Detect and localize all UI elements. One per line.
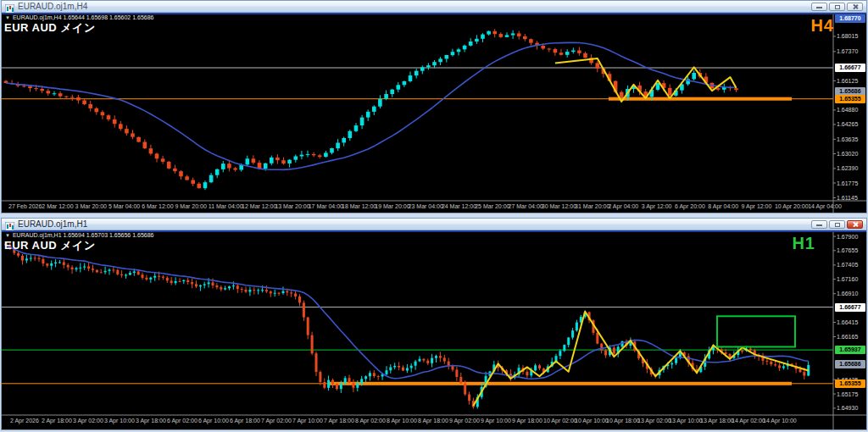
ohlc-text: EURAUD.oj1m,H4 1.65644 1.65698 1.65602 1… <box>13 14 154 20</box>
time-axis-label: 3 Apr 02:00 <box>73 418 103 424</box>
chart-client-h4[interactable]: ▼EURAUD.oj1m,H4 1.65644 1.65698 1.65602 … <box>2 13 866 213</box>
time-axis-label: 9 Apr 18:00 <box>512 418 542 424</box>
price-axis-label: 1.68015 <box>837 32 858 40</box>
price-axis-label: 1.67370 <box>837 47 858 55</box>
minimize-icon <box>816 7 822 8</box>
target-rectangle <box>717 316 795 346</box>
time-axis-label: 3 Apr 18:00 <box>136 418 166 424</box>
time-axis-label: 13 Apr 18:00 <box>700 418 734 424</box>
time-axis-label: 14 Apr 02:00 <box>732 418 765 424</box>
price-axis-label: 1.67405 <box>837 261 858 269</box>
chart-client-h1[interactable]: ▼EURAUD.oj1m,H1 1.65694 1.65703 1.65656 … <box>2 230 866 429</box>
titlebar-h4[interactable]: EURAUD.oj1m,H4 <box>2 1 866 13</box>
time-axis-label: 2 Apr 04:00 <box>608 203 638 209</box>
price-box-white: 1.66677 <box>835 303 865 312</box>
price-box-blue: 1.68770 <box>835 14 865 23</box>
restore-icon <box>835 5 840 9</box>
price-axis-label: 1.67655 <box>837 246 858 254</box>
ohlc-readout: ▼EURAUD.oj1m,H4 1.65644 1.65698 1.65602 … <box>5 14 154 20</box>
time-axis-label: 9 Apr 12:00 <box>742 203 772 209</box>
orange-support-zone <box>609 97 792 101</box>
time-axis-label: 30 Mar 12:00 <box>542 203 576 209</box>
time-axis-label: 6 Apr 20:00 <box>675 203 705 209</box>
price-axis-label: 1.61145 <box>837 194 858 202</box>
time-axis-label: 27 Mar 04:00 <box>509 203 543 209</box>
time-axis-label: 2 Apr 18:00 <box>42 418 72 424</box>
time-axis-label: 14 Apr 10:00 <box>763 418 797 424</box>
chart-plot-area[interactable] <box>2 230 866 429</box>
time-axis-label: 31 Mar 20:00 <box>575 203 609 209</box>
chart-plot-area[interactable] <box>2 13 866 213</box>
chart-window-h4[interactable]: EURAUD.oj1m,H4 ▼EURAUD.oj1m,H4 1.65644 1… <box>1 0 867 213</box>
time-axis-label: 9 Apr 10:00 <box>481 418 511 424</box>
time-axis-label: 10 Apr 18:00 <box>606 418 640 424</box>
time-axis-label: 8 Apr 04:00 <box>708 203 738 209</box>
price-axis-label: 1.62390 <box>837 164 858 172</box>
price-axis-label: 1.61775 <box>837 180 858 187</box>
time-axis-label: 3 Apr 12:00 <box>642 203 672 209</box>
time-axis-label: 18 Mar 12:00 <box>342 203 376 209</box>
time-axis-label: 13 Apr 02:00 <box>637 418 671 424</box>
time-axis-label: 6 Apr 02:00 <box>167 418 198 424</box>
time-axis-label: 12 Mar 12:00 <box>242 203 276 209</box>
chart-window-icon <box>5 219 14 229</box>
price-axis-label: 1.65175 <box>837 390 858 398</box>
minimize-button[interactable] <box>811 220 827 229</box>
restore-button[interactable] <box>829 220 845 229</box>
time-axis-label: 3 Apr 10:00 <box>104 418 135 424</box>
time-axis-label: 7 Apr 18:00 <box>324 418 354 424</box>
price-axis-label: 1.64930 <box>837 404 858 412</box>
restore-button[interactable] <box>829 3 845 11</box>
time-axis-label: 24 Mar 12:00 <box>442 203 476 209</box>
chart-canvas <box>2 13 866 213</box>
price-box-orange: 1.65355 <box>835 95 865 103</box>
chart-window-h1[interactable]: EURAUD.oj1m,H1 ▼EURAUD.oj1m,H1 1.65694 1… <box>1 218 867 430</box>
orange-support-zone <box>329 382 792 385</box>
time-axis-label: 7 Apr 02:00 <box>261 418 292 424</box>
price-axis-label: 1.63635 <box>837 136 858 143</box>
chart-window-icon <box>5 2 14 11</box>
ohlc-text: EURAUD.oj1m,H1 1.65694 1.65703 1.65656 1… <box>13 232 154 238</box>
price-box-orange: 1.65355 <box>835 379 865 388</box>
chart-watermark-label: EUR AUD メイン <box>4 238 96 253</box>
time-axis-label: 6 Apr 10:00 <box>198 418 229 424</box>
time-axis-label: 9 Mar 20:00 <box>175 203 207 209</box>
price-axis-label: 1.66125 <box>837 77 858 85</box>
candlestick-series <box>4 31 738 188</box>
time-axis-label: 3 Mar 20:00 <box>75 203 107 209</box>
price-axis-label: 1.64880 <box>837 106 858 114</box>
window-title: EURAUD.oj1m,H1 <box>18 219 87 230</box>
time-axis-label: 10 Apr 20:00 <box>775 203 809 209</box>
price-axis-label: 1.64265 <box>837 120 858 128</box>
time-axis-label: 5 Mar 04:00 <box>108 203 140 209</box>
time-axis-label: 27 Feb 2026 <box>8 203 42 209</box>
price-box-green: 1.65937 <box>835 346 865 354</box>
close-icon <box>852 221 858 227</box>
timeframe-badge-h1: H1 <box>792 234 815 253</box>
price-axis-label: 1.66910 <box>837 290 858 297</box>
timeframe-badge-h4: H4 <box>810 16 834 36</box>
time-axis-label: 25 Mar 20:00 <box>475 203 509 209</box>
time-axis-label: 8 Apr 18:00 <box>418 418 448 424</box>
time-axis-label: 8 Apr 10:00 <box>387 418 417 424</box>
time-axis-label: 2 Mar 12:00 <box>42 203 73 209</box>
close-icon <box>852 3 858 9</box>
time-axis-label: 8 Apr 02:00 <box>355 418 386 424</box>
time-axis-label: 6 Apr 18:00 <box>230 418 260 424</box>
price-box-bid: 1.65686 <box>835 360 865 368</box>
price-axis-label: 1.63020 <box>837 150 858 158</box>
time-axis-label: 10 Apr 10:00 <box>575 418 609 424</box>
mt4-workspace: EURAUD.oj1m,H4 ▼EURAUD.oj1m,H4 1.65644 1… <box>0 0 868 432</box>
restore-icon <box>835 223 840 227</box>
titlebar-h1[interactable]: EURAUD.oj1m,H1 <box>2 219 866 230</box>
close-button[interactable] <box>847 220 863 229</box>
window-title: EURAUD.oj1m,H4 <box>18 2 87 12</box>
time-axis-label: 11 Mar 04:00 <box>209 203 243 209</box>
price-axis-label: 1.67900 <box>837 233 858 241</box>
close-button[interactable] <box>847 3 863 11</box>
ohlc-readout: ▼EURAUD.oj1m,H1 1.65694 1.65703 1.65656 … <box>5 232 154 238</box>
time-axis-label: 9 Apr 02:00 <box>449 418 480 424</box>
time-axis-label: 14 Apr 04:00 <box>808 203 842 209</box>
minimize-button[interactable] <box>811 3 827 11</box>
time-axis-label: 10 Apr 02:00 <box>543 418 577 424</box>
